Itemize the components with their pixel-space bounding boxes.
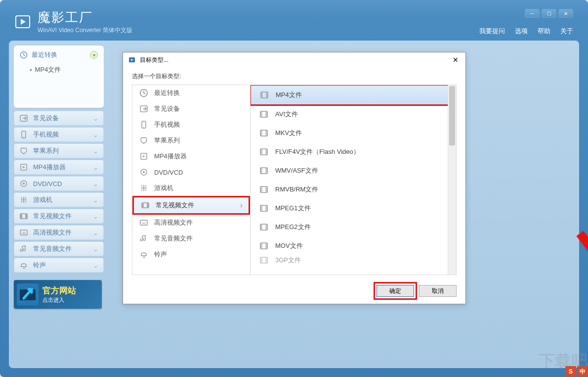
sidebar-recent-panel: 最近转换 ▾ MP4文件 [14,46,104,108]
category-item-10[interactable]: 铃声 [132,246,250,262]
menu-feedback[interactable]: 我要提问 [479,27,505,36]
sidebar-item-label: 游戏机 [33,195,52,204]
format-item-0[interactable]: MP4文件 [251,85,456,105]
scrollbar-thumb[interactable] [449,86,455,145]
close-button[interactable]: ✕ [558,9,573,18]
format-item-8[interactable]: MOV文件 [251,236,456,255]
format-item-6[interactable]: MPEG1文件 [251,199,456,218]
sidebar-item-9[interactable]: 铃声⌄ [14,258,104,273]
format-label: MOV文件 [275,241,303,250]
sidebar-item-3[interactable]: MP4播放器⌄ [14,160,104,175]
format-item-5[interactable]: RMVB/RM文件 [251,180,456,199]
sidebar-item-5[interactable]: 游戏机⌄ [14,192,104,207]
category-label: 常见音频文件 [154,234,193,243]
format-item-2[interactable]: MKV文件 [251,124,456,142]
category-icon [139,136,148,145]
format-label: MP4文件 [276,91,302,99]
chevron-down-icon: ⌄ [93,131,98,139]
cancel-button[interactable]: 取消 [419,285,457,297]
sidebar-item-2[interactable]: 苹果系列⌄ [14,143,104,158]
category-icon [139,250,148,259]
format-list[interactable]: MP4文件AVI文件MKV文件FLV/F4V文件（Flash Video）WMV… [250,85,456,275]
film-icon [259,167,268,175]
svg-point-23 [143,171,145,173]
svg-point-26 [141,189,142,190]
format-label: AVI文件 [275,110,298,119]
sidebar: 最近转换 ▾ MP4文件 常见设备⌄手机视频⌄苹果系列⌄MP4播放器⌄DVD/V… [9,41,104,368]
sidebar-recent-item[interactable]: MP4文件 [16,61,102,78]
chevron-down-icon: ⌄ [93,115,98,122]
svg-rect-12 [20,214,27,219]
format-item-4[interactable]: WMV/ASF文件 [251,161,456,180]
collapse-icon[interactable]: ▾ [90,51,98,59]
minimize-button[interactable]: ─ [525,9,540,18]
category-item-6[interactable]: 游戏机 [132,180,250,196]
target-type-dialog: 目标类型... ✕ 选择一个目标类型: 最近转换常见设备手机视频苹果系列MP4播… [123,52,466,304]
category-item-7[interactable]: 常见视频文件 [132,196,250,215]
sidebar-item-icon [19,146,28,155]
sidebar-item-icon: HD [19,228,28,237]
svg-point-10 [21,201,22,202]
category-item-1[interactable]: 常见设备 [132,101,250,117]
category-item-9[interactable]: 常见音频文件 [132,231,250,246]
svg-point-27 [145,189,146,190]
svg-point-11 [25,201,26,202]
sidebar-item-4[interactable]: DVD/VCD⌄ [14,176,104,191]
category-icon [141,201,150,210]
category-item-8[interactable]: HD高清视频文件 [132,215,250,231]
format-label: RMVB/RM文件 [275,185,318,194]
film-icon [259,110,268,118]
sidebar-item-1[interactable]: 手机视频⌄ [14,127,104,142]
category-item-5[interactable]: DVD/VCD [132,164,250,180]
category-icon [139,89,148,97]
logo-area: 魔影工厂 WinAVI Video Converter 简体中文版 [14,9,132,35]
menu-about[interactable]: 关于 [560,27,573,36]
category-item-2[interactable]: 手机视频 [132,117,250,133]
sidebar-item-label: MP4播放器 [33,163,66,172]
category-label: 铃声 [154,250,167,259]
svg-rect-40 [260,257,267,263]
menu-options[interactable]: 选项 [515,27,528,36]
format-item-7[interactable]: MPEG2文件 [251,218,456,236]
menu-help[interactable]: 帮助 [538,27,550,36]
svg-point-4 [23,137,24,138]
category-label: 高清视频文件 [154,218,193,227]
format-label: MPEG1文件 [275,204,311,213]
sidebar-item-8[interactable]: 常见音频文件⌄ [14,241,104,256]
promo-banner[interactable]: 官方网站 点击进入 [14,280,102,309]
category-icon [139,234,148,243]
dialog-close-button[interactable]: ✕ [451,55,461,65]
maximize-button[interactable]: ☐ [542,9,556,18]
sidebar-item-6[interactable]: 常见视频文件⌄ [14,209,104,224]
format-item-3[interactable]: FLV/F4V文件（Flash Video） [251,142,456,161]
sidebar-recent-header[interactable]: 最近转换 ▾ [16,48,102,61]
ok-button[interactable]: 确定 [377,285,414,297]
category-label: 游戏机 [154,184,173,192]
svg-rect-34 [260,149,267,155]
film-icon [259,204,268,212]
sidebar-item-icon [19,212,28,221]
format-item-1[interactable]: AVI文件 [251,105,456,124]
promo-icon [17,283,39,305]
promo-subtitle: 点击进入 [42,296,76,304]
format-item-9[interactable]: 3GP文件 [251,255,456,265]
category-list[interactable]: 最近转换常见设备手机视频苹果系列MP4播放器DVD/VCD游戏机常见视频文件HD… [132,85,250,275]
category-item-3[interactable]: 苹果系列 [132,133,250,148]
logo-text: 魔影工厂 WinAVI Video Converter 简体中文版 [38,9,132,35]
category-icon [139,184,148,192]
sidebar-item-label: 常见设备 [33,114,59,123]
sidebar-item-label: 常见视频文件 [33,212,72,221]
sidebar-item-0[interactable]: 常见设备⌄ [14,111,104,126]
dialog-prompt: 选择一个目标类型: [132,72,457,81]
film-icon [259,242,268,250]
svg-rect-37 [260,205,267,211]
chevron-down-icon: ⌄ [93,147,98,155]
scrollbar[interactable] [448,85,456,275]
ime-badge-2: 中 [577,366,588,377]
sidebar-item-label: 常见音频文件 [33,244,72,253]
sidebar-item-7[interactable]: HD高清视频文件⌄ [14,225,104,240]
svg-point-7 [23,183,25,185]
svg-rect-35 [260,168,267,174]
category-item-4[interactable]: MP4播放器 [132,148,250,164]
category-item-0[interactable]: 最近转换 [132,85,250,101]
